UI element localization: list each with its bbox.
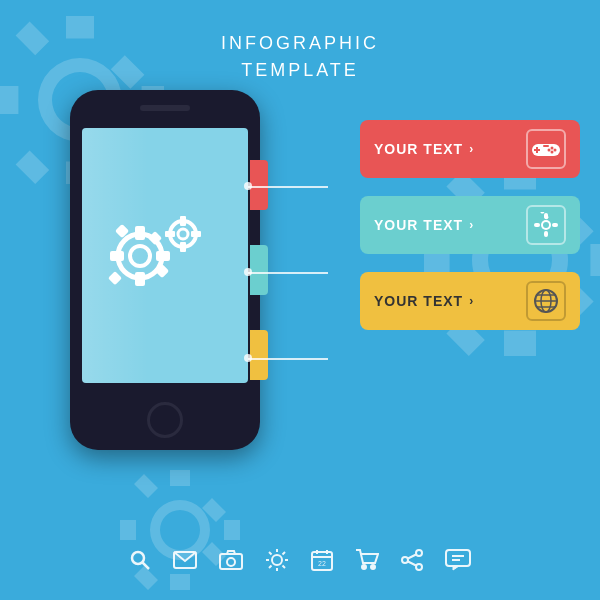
svg-point-20 — [554, 149, 557, 152]
card-3-icon-area — [526, 281, 566, 321]
svg-point-11 — [178, 229, 188, 239]
connector-line-1 — [248, 186, 328, 188]
mail-icon[interactable] — [173, 551, 197, 569]
svg-line-61 — [408, 555, 416, 559]
search-icon[interactable] — [129, 549, 151, 571]
card-1-text-area: YOUR TEXT › — [374, 141, 474, 157]
phone-side-tab-1 — [250, 160, 268, 210]
svg-rect-8 — [108, 271, 122, 285]
card-2-icon-area — [526, 205, 566, 245]
card-3-label: YOUR TEXT — [374, 293, 463, 309]
card-2-text-area: YOUR TEXT › — [374, 217, 474, 233]
svg-line-49 — [269, 566, 272, 569]
globe-icon — [533, 288, 559, 314]
svg-rect-29 — [552, 223, 558, 227]
svg-line-48 — [283, 566, 286, 569]
info-card-1[interactable]: YOUR TEXT › — [360, 120, 580, 178]
calendar-icon[interactable]: 22 — [311, 549, 333, 571]
svg-point-19 — [551, 147, 554, 150]
svg-point-25 — [543, 222, 549, 228]
connector-line-2 — [248, 272, 328, 274]
svg-rect-63 — [446, 550, 470, 566]
svg-rect-4 — [110, 251, 124, 261]
phone-speaker — [140, 105, 190, 111]
svg-rect-18 — [534, 149, 540, 151]
gamepad-icon — [532, 139, 560, 159]
svg-rect-5 — [156, 251, 170, 261]
svg-text:22: 22 — [318, 560, 326, 567]
svg-rect-3 — [135, 272, 145, 286]
svg-rect-13 — [180, 242, 186, 252]
svg-point-21 — [551, 151, 554, 154]
card-2-label: YOUR TEXT — [374, 217, 463, 233]
svg-line-38 — [143, 563, 150, 570]
phone-home-button — [147, 402, 183, 438]
chat-icon[interactable] — [445, 549, 471, 571]
svg-point-60 — [416, 564, 422, 570]
svg-point-42 — [272, 555, 282, 565]
connector-line-3 — [248, 358, 328, 360]
svg-line-50 — [283, 552, 286, 555]
card-1-label: YOUR TEXT — [374, 141, 463, 157]
sun-icon[interactable] — [265, 548, 289, 572]
svg-point-22 — [548, 149, 551, 152]
title-line2: TEMPLATE — [0, 57, 600, 84]
svg-rect-15 — [191, 231, 201, 237]
svg-rect-28 — [534, 223, 540, 227]
connector-dot-1 — [244, 182, 252, 190]
phone-mockup — [50, 90, 280, 470]
svg-line-47 — [269, 552, 272, 555]
settings-icon — [533, 212, 559, 238]
svg-point-41 — [227, 558, 235, 566]
card-1-icon-area — [526, 129, 566, 169]
svg-point-58 — [416, 550, 422, 556]
card-1-arrow: › — [469, 142, 474, 156]
connector-dot-3 — [244, 354, 252, 362]
card-3-text-area: YOUR TEXT › — [374, 293, 474, 309]
svg-point-56 — [362, 565, 366, 569]
cart-icon[interactable] — [355, 549, 379, 571]
svg-rect-27 — [544, 231, 548, 237]
info-card-3[interactable]: YOUR TEXT › — [360, 272, 580, 330]
card-3-arrow: › — [469, 294, 474, 308]
connector-dot-2 — [244, 268, 252, 276]
svg-rect-23 — [543, 145, 549, 147]
svg-point-57 — [371, 565, 375, 569]
phone-screen — [82, 128, 248, 383]
bottom-icons-row: 22 — [0, 548, 600, 572]
svg-point-59 — [402, 557, 408, 563]
svg-point-1 — [130, 246, 150, 266]
svg-rect-14 — [165, 231, 175, 237]
svg-rect-12 — [180, 216, 186, 226]
page-title: INFOGRAPHIC TEMPLATE — [0, 30, 600, 84]
cards-container: YOUR TEXT › YOUR TEXT › — [360, 120, 580, 330]
share-icon[interactable] — [401, 549, 423, 571]
phone-body — [70, 90, 260, 450]
info-card-2[interactable]: YOUR TEXT › — [360, 196, 580, 254]
card-2-arrow: › — [469, 218, 474, 232]
camera-icon[interactable] — [219, 550, 243, 570]
phone-side-tab-3 — [250, 330, 268, 380]
svg-point-37 — [132, 552, 144, 564]
phone-side-tab-2 — [250, 245, 268, 295]
svg-line-62 — [408, 562, 416, 566]
title-line1: INFOGRAPHIC — [0, 30, 600, 57]
svg-rect-2 — [135, 226, 145, 240]
